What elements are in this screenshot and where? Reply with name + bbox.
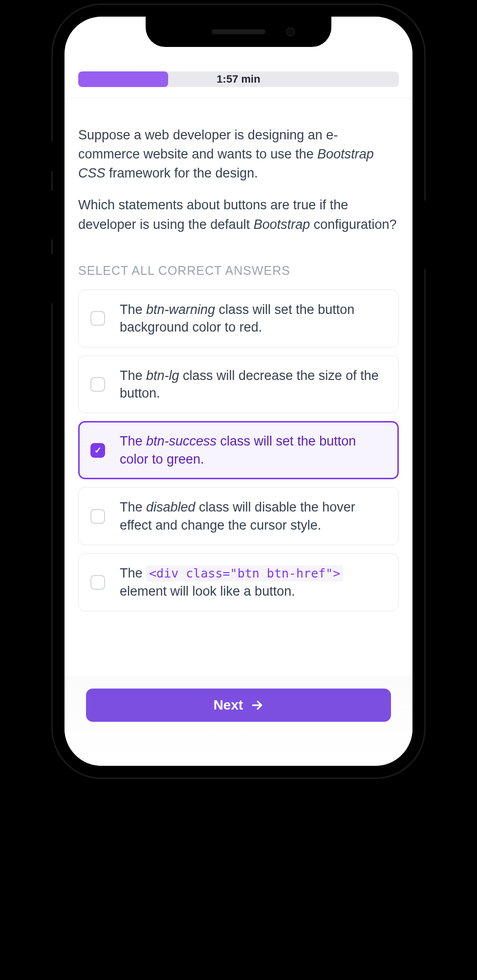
option-checkbox-3[interactable]: ✓ bbox=[90, 509, 105, 524]
question-area: Suppose a web developer is designing an … bbox=[65, 98, 412, 676]
timer-progress-fill bbox=[78, 71, 168, 87]
next-button-label: Next bbox=[214, 697, 243, 713]
options-list: ✓The btn-warning class will set the butt… bbox=[78, 290, 399, 611]
speaker-grille bbox=[212, 29, 265, 34]
timer-label: 1:57 min bbox=[217, 73, 260, 86]
arrow-right-icon bbox=[251, 699, 263, 712]
option-4[interactable]: ✓The <div class="btn btn-href"> element … bbox=[78, 553, 399, 611]
instruction-label: SELECT ALL CORRECT ANSWERS bbox=[78, 264, 399, 278]
option-checkbox-1[interactable]: ✓ bbox=[90, 377, 105, 392]
next-button[interactable]: Next bbox=[86, 689, 391, 722]
screen: 1:57 min Suppose a web developer is desi… bbox=[65, 17, 412, 766]
option-1[interactable]: ✓The btn-lg class will decrease the size… bbox=[78, 356, 399, 414]
footer: Next bbox=[65, 676, 412, 766]
option-checkbox-0[interactable]: ✓ bbox=[90, 311, 105, 326]
question-text: Suppose a web developer is designing an … bbox=[78, 126, 399, 234]
option-text-0: The btn-warning class will set the butto… bbox=[120, 301, 387, 336]
question-paragraph-2: Which statements about buttons are true … bbox=[78, 196, 399, 234]
question-paragraph-1: Suppose a web developer is designing an … bbox=[78, 126, 399, 183]
content-area: 1:57 min Suppose a web developer is desi… bbox=[65, 17, 412, 766]
volume-down-button bbox=[49, 254, 55, 303]
option-text-1: The btn-lg class will decrease the size … bbox=[120, 367, 387, 402]
option-text-3: The disabled class will disable the hove… bbox=[120, 498, 387, 534]
option-checkbox-2[interactable]: ✓ bbox=[90, 443, 105, 458]
option-0[interactable]: ✓The btn-warning class will set the butt… bbox=[78, 290, 399, 348]
phone-frame: 1:57 min Suppose a web developer is desi… bbox=[53, 5, 424, 778]
volume-up-button bbox=[49, 191, 55, 240]
checkmark-icon: ✓ bbox=[94, 445, 102, 456]
option-text-2: The btn-success class will set the butto… bbox=[120, 432, 387, 468]
option-2[interactable]: ✓The btn-success class will set the butt… bbox=[78, 421, 399, 479]
notch bbox=[146, 17, 331, 47]
mute-switch bbox=[49, 142, 55, 171]
power-button bbox=[422, 200, 428, 269]
timer-progress-bar: 1:57 min bbox=[78, 71, 399, 87]
option-text-4: The <div class="btn btn-href"> element w… bbox=[120, 564, 387, 600]
option-3[interactable]: ✓The disabled class will disable the hov… bbox=[78, 487, 399, 545]
front-camera bbox=[286, 27, 295, 36]
option-checkbox-4[interactable]: ✓ bbox=[90, 575, 105, 590]
